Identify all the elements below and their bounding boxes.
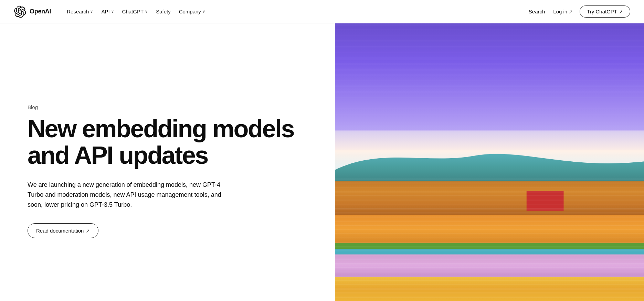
login-button[interactable]: Log in ↗ bbox=[553, 9, 573, 14]
nav-item-company: Company ∨ bbox=[176, 6, 209, 17]
logo-link[interactable]: OpenAI bbox=[14, 6, 51, 18]
chevron-down-icon: ∨ bbox=[90, 9, 93, 14]
search-button[interactable]: Search bbox=[527, 6, 547, 17]
nav-item-safety: Safety bbox=[152, 6, 174, 17]
nav-links-list: Research ∨ API ∨ ChatGPT ∨ Safety bbox=[63, 6, 209, 17]
nav-link-safety-label: Safety bbox=[156, 9, 171, 14]
nav-link-research-label: Research bbox=[67, 9, 89, 14]
try-chatgpt-button[interactable]: Try ChatGPT ↗ bbox=[580, 6, 630, 18]
hero-image bbox=[335, 23, 644, 301]
hero-cta-button[interactable]: Read documentation ↗ bbox=[28, 223, 98, 238]
nav-right: Search Log in ↗ Try ChatGPT ↗ bbox=[527, 6, 630, 18]
hero-tag: Blog bbox=[28, 104, 314, 110]
external-link-icon: ↗ bbox=[569, 9, 573, 14]
chevron-down-icon: ∨ bbox=[202, 9, 205, 14]
nav-link-company-label: Company bbox=[179, 9, 201, 14]
external-link-icon: ↗ bbox=[619, 9, 623, 14]
hero-artwork bbox=[335, 23, 644, 301]
brand-name: OpenAI bbox=[30, 8, 51, 15]
try-chatgpt-label: Try ChatGPT bbox=[587, 9, 617, 14]
hero-description: We are launching a new generation of emb… bbox=[28, 180, 227, 209]
nav-link-api[interactable]: API ∨ bbox=[98, 6, 117, 17]
external-link-icon: ↗ bbox=[86, 228, 90, 234]
nav-item-chatgpt: ChatGPT ∨ bbox=[119, 6, 151, 17]
nav-item-research: Research ∨ bbox=[63, 6, 96, 17]
search-label: Search bbox=[529, 9, 545, 14]
login-label: Log in bbox=[553, 9, 567, 14]
hero-content: Blog New embedding models and API update… bbox=[0, 23, 335, 301]
nav-link-api-label: API bbox=[101, 9, 109, 14]
chevron-down-icon: ∨ bbox=[111, 9, 114, 14]
hero-title: New embedding models and API updates bbox=[28, 116, 314, 169]
hero-section: Blog New embedding models and API update… bbox=[0, 23, 644, 301]
nav-link-company[interactable]: Company ∨ bbox=[176, 6, 209, 17]
nav-link-safety[interactable]: Safety bbox=[152, 6, 174, 17]
main-nav: OpenAI Research ∨ API ∨ ChatGPT ∨ bbox=[0, 0, 644, 23]
nav-link-chatgpt[interactable]: ChatGPT ∨ bbox=[119, 6, 151, 17]
nav-link-research[interactable]: Research ∨ bbox=[63, 6, 96, 17]
nav-left: OpenAI Research ∨ API ∨ ChatGPT ∨ bbox=[14, 6, 209, 18]
nav-item-api: API ∨ bbox=[98, 6, 117, 17]
nav-link-chatgpt-label: ChatGPT bbox=[122, 9, 144, 14]
hero-cta-label: Read documentation bbox=[36, 228, 84, 234]
openai-logo-icon bbox=[14, 6, 26, 18]
chevron-down-icon: ∨ bbox=[145, 9, 148, 14]
